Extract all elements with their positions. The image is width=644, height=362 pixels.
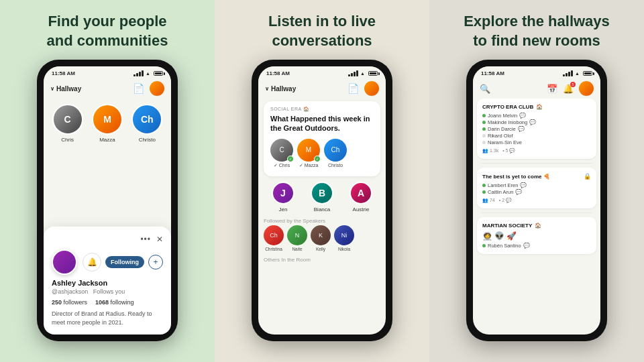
hallway-stats-crypto: 👥 1.3k • 5 💬 xyxy=(482,148,591,154)
search-icon[interactable]: 🔍 xyxy=(480,84,490,94)
avatar-header[interactable] xyxy=(150,81,164,96)
member-naram: Naram-Sin Eve xyxy=(482,139,591,145)
phone-left: 11:58 AM ▲ ∨ Hallway xyxy=(37,60,178,341)
hallway-name-martian: MARTIAN SOCIETY xyxy=(482,223,532,229)
avatar-jen[interactable]: J Jen xyxy=(272,182,294,213)
phone-right: 11:58 AM ▲ 🔍 📅 xyxy=(466,60,607,341)
notification-icon[interactable]: 🔔 5 xyxy=(563,84,574,94)
phone-left-header: ∨ Hallway 📄 xyxy=(44,78,171,99)
avatar-mazza[interactable]: M Mazza xyxy=(92,104,123,143)
followers-stat: 250 followers xyxy=(52,299,87,306)
search-bar: 🔍 📅 🔔 5 xyxy=(473,78,600,99)
phone-mid: 11:58 AM ▲ ∨ Hallway xyxy=(252,60,392,341)
calendar-icon[interactable]: 📅 xyxy=(547,84,557,94)
avatar-jen-img: J xyxy=(272,182,294,204)
avatar-christo[interactable]: Ch Christo xyxy=(131,104,162,143)
more-icon[interactable]: ••• xyxy=(140,235,151,244)
speaker-mazza-img: M ✓ xyxy=(297,139,320,162)
avatar-header-mid[interactable] xyxy=(364,81,379,96)
chevron-icon: ∨ xyxy=(265,86,269,92)
member-ruben: Rubén Santino 💬 xyxy=(482,243,591,249)
others-label: Others In the Room xyxy=(264,257,380,263)
doc-icon[interactable]: 📄 xyxy=(133,83,144,94)
hallway-name-crypto: CRYPTO ERA CLUB xyxy=(482,104,533,110)
avatar-row: C Chris M Mazza Ch Christo xyxy=(44,99,171,145)
member-darin: Darin Darcie 💬 xyxy=(482,126,591,132)
room-source: SOCIAL ERA 🏠 xyxy=(270,107,374,112)
avatar-nikola[interactable]: Ni Nikola xyxy=(334,225,354,251)
hallway-name-best: The best is yet to come xyxy=(482,174,541,180)
speaker-badge2: ✓ xyxy=(314,156,321,162)
time-mid: 11:58 AM xyxy=(266,70,290,76)
avatar-header-right[interactable] xyxy=(579,81,594,96)
avatar-mazza-img: M xyxy=(92,104,123,135)
avatar-chris[interactable]: C Chris xyxy=(52,104,83,143)
followed-row: Ch Christina N Naite K Kelly Ni Nikola xyxy=(264,225,380,251)
member-makinde: Makinde Iniobong 💬 xyxy=(482,119,591,125)
member-joann: Joann Melvin 💬 xyxy=(482,113,591,119)
phone-mid-header: ∨ Hallway 📄 xyxy=(258,78,386,99)
statusbar-left: 11:58 AM ▲ xyxy=(44,66,171,78)
time-right: 11:58 AM xyxy=(481,70,504,76)
hallway-label-mid[interactable]: ∨ Hallway xyxy=(265,85,296,93)
speakers-row: C ✓ ✓ Chris M ✓ ✓ Mazza Ch xyxy=(270,139,374,168)
room-title: What Happened this week in the Great Out… xyxy=(270,114,374,133)
add-button[interactable]: + xyxy=(148,255,163,269)
speaker-mazza[interactable]: M ✓ ✓ Mazza xyxy=(297,139,320,168)
lock-icon: 🔒 xyxy=(584,173,591,180)
speaker-christo-img: Ch xyxy=(324,139,347,162)
hallway-card-crypto[interactable]: CRYPTO ERA CLUB 🏠 Joann Melvin 💬 Makinde… xyxy=(477,99,596,159)
speaker-christo[interactable]: Ch Christo xyxy=(324,139,347,168)
panel-left-title: Find your peopleand communities xyxy=(47,12,168,50)
avatar-chris-img: C xyxy=(52,104,83,135)
member-lambert: Lambert Eren 💬 xyxy=(482,182,591,188)
avatar-bianca-img: B xyxy=(311,182,333,204)
following-button[interactable]: Following xyxy=(105,256,144,268)
panel-left: Find your peopleand communities 11:58 AM… xyxy=(0,0,215,362)
card-avatar xyxy=(52,249,77,275)
card-name: Ashley Jackson xyxy=(52,279,163,287)
avatar-christina-img: Ch xyxy=(264,225,284,245)
following-stat: 1068 following xyxy=(95,299,134,306)
avatar-christina[interactable]: Ch Christina xyxy=(264,225,284,251)
panel-right-title: Explore the hallwaysto find new rooms xyxy=(464,12,610,50)
avatar-kelly[interactable]: K Kelly xyxy=(311,225,331,251)
panel-right: Explore the hallwaysto find new rooms 11… xyxy=(429,0,644,362)
hallway-card-best[interactable]: The best is yet to come 🍕 🔒 Lambert Eren… xyxy=(477,168,596,208)
statusbar-mid: 11:58 AM ▲ xyxy=(258,66,386,78)
avatar-austrie[interactable]: A Austrie xyxy=(350,182,372,213)
listeners-row: J Jen B Bianca A Austrie xyxy=(258,179,386,215)
speaker-chris-img: C ✓ xyxy=(270,139,293,162)
avatar-bianca[interactable]: B Bianca xyxy=(311,182,333,213)
hallway-card-martian[interactable]: MARTIAN SOCIETY 🏠 🧑‍🚀 👽 🚀 Rubén Santino … xyxy=(477,217,596,254)
notif-badge: 5 xyxy=(570,82,576,87)
hallway-list: CRYPTO ERA CLUB 🏠 Joann Melvin 💬 Makinde… xyxy=(473,99,600,335)
panel-mid: Listen in to liveconversations 11:58 AM … xyxy=(215,0,429,362)
speaker-chris[interactable]: C ✓ ✓ Chris xyxy=(270,139,293,168)
hallway-stats-best: 👥 74 • 2 💬 xyxy=(482,198,591,203)
time-left: 11:58 AM xyxy=(52,70,75,76)
avatar-naite[interactable]: N Naite xyxy=(287,225,307,251)
card-handle: @ashjackson Follows you xyxy=(52,288,163,295)
card-bio: Director of Brand at Radius. Ready to me… xyxy=(52,310,163,326)
avatar-christo-img: Ch xyxy=(131,104,162,135)
panel-mid-title: Listen in to liveconversations xyxy=(268,12,376,50)
chevron-icon: ∨ xyxy=(50,86,54,92)
doc-icon-mid[interactable]: 📄 xyxy=(347,83,359,94)
avatar-nikola-img: Ni xyxy=(334,225,354,245)
avatar-naite-img: N xyxy=(287,225,307,245)
member-caitlin: Caitlin Arun 💬 xyxy=(482,189,591,195)
room-card[interactable]: SOCIAL ERA 🏠 What Happened this week in … xyxy=(264,101,380,176)
hallway-label-left[interactable]: ∨ Hallway xyxy=(50,85,81,93)
avatar-kelly-img: K xyxy=(311,225,331,245)
speaker-badge: ✓ xyxy=(287,156,294,162)
member-rikard: Rikard Olof xyxy=(482,133,591,139)
followed-label: Followed by the Speakers xyxy=(264,218,380,224)
avatar-austrie-img: A xyxy=(350,182,372,204)
bell-button[interactable]: 🔔 xyxy=(83,253,101,272)
profile-card: ••• ✕ 🔔 Following + Ashley Jackson @ashj… xyxy=(44,227,171,335)
statusbar-right: 11:58 AM ▲ xyxy=(473,66,600,78)
close-icon[interactable]: ✕ xyxy=(156,235,163,244)
